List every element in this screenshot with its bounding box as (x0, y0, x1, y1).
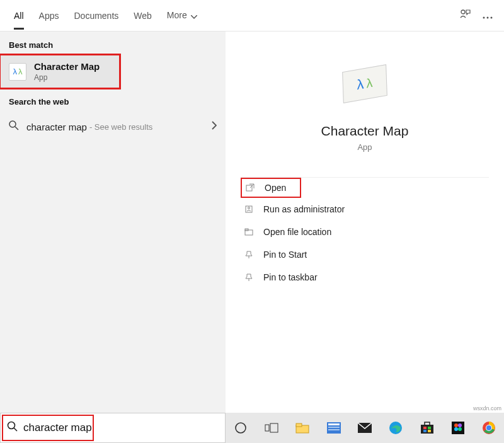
taskbar (226, 413, 504, 443)
app-icon[interactable] (325, 419, 342, 437)
search-tabs: All Apps Documents Web More (0, 0, 504, 32)
svg-rect-21 (328, 427, 340, 428)
svg-point-1 (483, 16, 485, 18)
tab-more-label: More (167, 10, 187, 20)
svg-rect-25 (421, 425, 433, 434)
figma-icon[interactable] (449, 419, 466, 437)
svg-rect-15 (265, 425, 269, 431)
web-result-text: character map (26, 122, 87, 132)
feedback-icon[interactable] (459, 8, 471, 23)
svg-point-14 (236, 423, 246, 433)
chrome-icon[interactable] (481, 419, 498, 437)
results-panel: Best match λλ Character Map App Search t… (0, 32, 226, 413)
character-map-app-icon: λλ (336, 68, 393, 112)
svg-rect-31 (452, 422, 464, 434)
preview-panel: λλ Character Map App Open Run as adminis… (226, 32, 504, 413)
svg-rect-22 (328, 429, 340, 430)
svg-point-12 (8, 422, 15, 429)
svg-rect-26 (425, 422, 430, 425)
web-search-result[interactable]: character map - See web results (0, 112, 226, 142)
run-as-admin-label: Run as administrator (263, 204, 345, 214)
app-title: Character Map (237, 124, 493, 139)
pin-icon (243, 250, 255, 259)
tab-web[interactable]: Web (126, 2, 159, 30)
svg-rect-30 (428, 430, 431, 432)
search-icon (7, 421, 18, 435)
cortana-icon[interactable] (232, 419, 249, 437)
open-button[interactable]: Open (241, 178, 301, 198)
open-file-location-button[interactable]: Open file location (241, 221, 489, 243)
svg-rect-29 (423, 430, 427, 432)
search-bar[interactable] (0, 413, 226, 443)
pin-icon (243, 273, 255, 282)
svg-point-4 (9, 121, 16, 127)
tab-documents[interactable]: Documents (66, 2, 126, 30)
search-input[interactable] (23, 422, 219, 434)
web-result-suffix: - See web results (89, 122, 152, 132)
chevron-down-icon (191, 11, 197, 21)
svg-point-9 (248, 207, 250, 209)
best-match-label: Best match (0, 32, 226, 55)
chevron-right-icon (212, 121, 217, 132)
tab-all[interactable]: All (6, 2, 32, 30)
svg-point-34 (454, 427, 458, 431)
best-match-title: Character Map (34, 61, 100, 72)
svg-point-2 (487, 16, 489, 18)
svg-point-32 (454, 423, 458, 427)
svg-point-3 (491, 16, 493, 18)
best-match-result[interactable]: λλ Character Map App (0, 55, 120, 88)
tab-apps[interactable]: Apps (32, 2, 67, 30)
edge-icon[interactable] (387, 419, 404, 437)
app-actions: Open Run as administrator Open file loca… (241, 177, 489, 289)
best-match-subtitle: App (34, 73, 100, 82)
open-label: Open (265, 183, 286, 193)
svg-rect-27 (423, 427, 427, 429)
svg-point-38 (486, 425, 491, 430)
search-icon (9, 120, 19, 133)
svg-rect-28 (428, 427, 431, 429)
pin-to-taskbar-label: Pin to taskbar (263, 272, 318, 282)
mail-icon[interactable] (356, 419, 373, 437)
shield-icon (243, 205, 255, 214)
svg-rect-20 (328, 423, 340, 425)
run-as-admin-button[interactable]: Run as administrator (241, 198, 489, 221)
tab-more[interactable]: More (159, 1, 205, 30)
ellipsis-icon[interactable] (483, 10, 493, 21)
svg-rect-16 (270, 423, 278, 432)
svg-point-0 (461, 10, 465, 14)
pin-to-taskbar-button[interactable]: Pin to taskbar (241, 266, 489, 289)
open-file-location-label: Open file location (263, 227, 331, 237)
svg-line-13 (14, 428, 17, 431)
folder-icon (243, 227, 255, 236)
app-preview: λλ Character Map App (237, 43, 493, 164)
svg-point-35 (458, 427, 462, 431)
pin-to-start-button[interactable]: Pin to Start (241, 243, 489, 266)
store-icon[interactable] (418, 419, 435, 437)
svg-line-5 (15, 127, 18, 130)
character-map-icon: λλ (9, 63, 26, 81)
svg-point-33 (458, 423, 462, 427)
watermark: wsxdn.com (473, 405, 501, 411)
open-icon (244, 183, 256, 192)
task-view-icon[interactable] (263, 419, 280, 437)
app-subtitle: App (237, 142, 493, 152)
pin-to-start-label: Pin to Start (263, 250, 307, 260)
file-explorer-icon[interactable] (294, 419, 311, 437)
search-web-label: Search the web (0, 88, 226, 112)
svg-rect-6 (246, 185, 252, 191)
svg-rect-18 (296, 423, 302, 427)
